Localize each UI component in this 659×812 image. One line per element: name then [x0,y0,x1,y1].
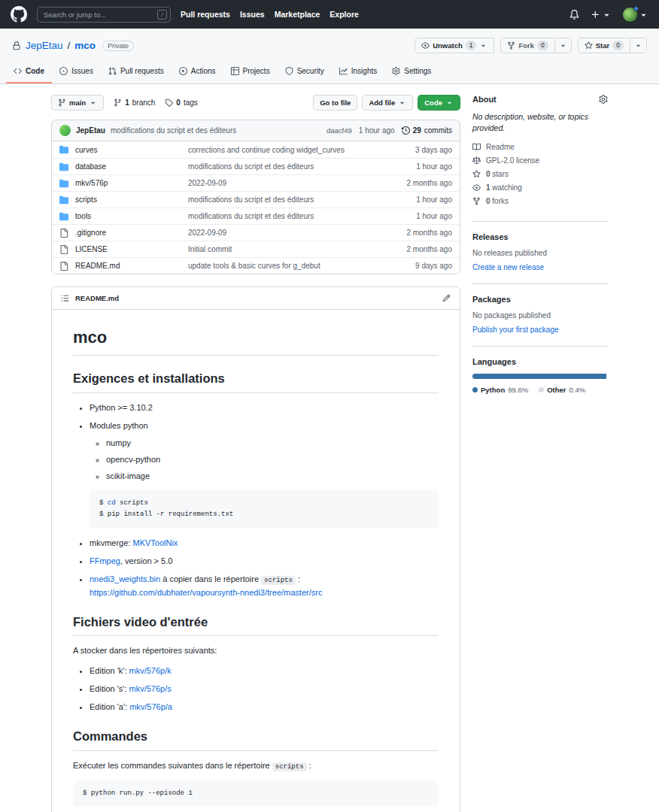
edition-s-link[interactable]: mkv/576p/s [129,684,172,693]
file-commit-message-link[interactable]: 2022-09-09 [188,229,388,237]
ffmpeg-link[interactable]: FFmpeg [90,556,120,565]
code-line: $ python run.py --episode 1 [83,788,429,799]
edition-k-link[interactable]: mkv/576p/k [129,666,172,675]
nav-issues[interactable]: Issues [240,10,265,19]
bell-icon [569,10,579,20]
nav-marketplace[interactable]: Marketplace [275,10,320,19]
file-commit-message-link[interactable]: modifications du script et des éditeurs [188,162,388,171]
file-name-link[interactable]: database [75,162,106,171]
file-commit-message-link[interactable]: corrections and continue coding widget_c… [188,146,388,154]
nav-explore[interactable]: Explore [330,10,359,19]
edition-prefix: Edition 's': [90,684,129,693]
readme-title: mco [73,325,439,356]
tab-projects[interactable]: Projects [223,61,278,83]
file-commit-message-link[interactable]: 2022-09-09 [188,179,388,187]
tab-issues[interactable]: Issues [52,61,101,83]
file-age-link[interactable]: 2 months ago [388,179,452,187]
file-name-link[interactable]: mkv/576p [75,179,108,187]
branch-selector-button[interactable]: main [51,95,104,111]
file-age-link[interactable]: 9 days ago [388,262,452,270]
table-row: mkv/576p 2022-09-09 2 months ago [52,174,460,191]
edit-about-button[interactable] [599,95,608,104]
file-age-link[interactable]: 2 months ago [388,245,452,253]
list-icon[interactable] [61,294,69,302]
edit-readme-button[interactable] [442,294,451,302]
file-name-link[interactable]: tools [75,212,91,220]
code-button-label: Code [424,98,442,107]
tab-security[interactable]: Security [278,61,332,83]
readme-link[interactable]: Readme [472,143,608,151]
file-name-link[interactable]: README.md [75,262,120,270]
user-menu-button[interactable] [623,8,648,22]
github-logo[interactable] [11,6,27,23]
watching-link[interactable]: 1 watching [472,183,608,192]
file-age-link[interactable]: 1 hour ago [388,195,452,204]
tab-insights[interactable]: Insights [332,61,384,83]
ffmpeg-suffix: , version > 5.0 [120,556,172,565]
file-age-link[interactable]: 1 hour ago [388,212,452,220]
commit-sha-link[interactable]: daacf49 [326,126,352,135]
file-name-link[interactable]: scripts [75,195,97,204]
repo-owner-link[interactable]: JepEtau [26,40,63,51]
repo-name-link[interactable]: mco [74,40,96,51]
main-container: main 1 branch 0 tags Go to file Add file [51,84,608,812]
star-dropdown-button[interactable] [630,38,647,53]
publish-package-link[interactable]: Publish your first package [472,326,559,334]
branches-link[interactable]: 1 branch [114,98,155,107]
code-download-button[interactable]: Code [418,95,460,111]
file-commit-message-link[interactable]: modifications du script et des éditeurs [188,212,388,220]
file-age-link[interactable]: 1 hour ago [388,162,452,171]
branches-label: branch [132,98,156,107]
tab-actions[interactable]: Actions [172,61,223,83]
file-name-link[interactable]: curves [75,146,97,154]
file-commit-message-link[interactable]: modifications du script et des éditeurs [188,195,388,204]
table-row: scripts modifications du script et des é… [52,191,460,208]
file-name-link[interactable]: LICENSE [75,245,108,253]
commits-history-link[interactable]: 29 commits [402,126,452,135]
go-to-file-button[interactable]: Go to file [313,95,357,111]
create-release-link[interactable]: Create a new release [472,263,544,271]
commit-time: 1 hour ago [359,126,395,135]
readme-header: README.md [52,287,460,310]
forks-link[interactable]: 0 forks [472,197,608,205]
license-link[interactable]: GPL-2.0 license [472,156,608,165]
languages-title: Languages [472,357,516,366]
file-name-link[interactable]: .gitignore [75,229,106,237]
fork-icon [507,41,515,50]
commit-author-link[interactable]: JepEtau [76,126,105,135]
mkvtoolnix-link[interactable]: MKVToolNix [132,538,178,547]
branches-count: 1 [125,98,129,107]
fork-dropdown-button[interactable] [555,38,572,53]
star-button[interactable]: Star 0 [578,38,630,53]
file-age-link[interactable]: 3 days ago [388,146,452,154]
file-commit-message-link[interactable]: update tools & basic curves for g_debut [188,262,388,270]
tab-label: Actions [191,67,216,75]
commit-message-link[interactable]: modifications du script et des éditeurs [111,126,236,135]
chevron-down-icon [634,41,642,50]
star-label: Star [596,41,609,50]
commits-label: commits [424,126,452,135]
unwatch-button[interactable]: Unwatch 1 [415,38,494,53]
language-python-link[interactable]: Python 99.6% [472,386,528,394]
tab-pull-requests[interactable]: Pull requests [101,61,172,83]
tab-code[interactable]: Code [6,61,52,83]
file-age-link[interactable]: 2 months ago [388,229,452,237]
file-commit-message-link[interactable]: Initial commit [188,245,388,253]
tab-settings[interactable]: Settings [384,61,439,83]
language-other-link[interactable]: Other 0.4% [539,386,585,394]
search-input[interactable] [37,7,171,23]
commit-author-avatar[interactable] [59,125,71,136]
branch-toolbar: main 1 branch 0 tags Go to file Add file [51,95,460,111]
nnedi3-weights-link[interactable]: nnedi3_weights.bin [90,574,160,583]
stars-link[interactable]: 0 stars [472,170,608,178]
notifications-button[interactable] [569,10,579,20]
create-new-button[interactable] [591,10,612,20]
add-file-button[interactable]: Add file [362,95,413,111]
edition-a-link[interactable]: mkv/576p/a [129,702,172,711]
tags-link[interactable]: 0 tags [165,98,197,107]
fork-button[interactable]: Fork 0 [500,38,554,53]
nav-pull-requests[interactable]: Pull requests [181,10,230,19]
forks-label: forks [492,197,509,205]
editions-list: Edition 'k': mkv/576p/k Edition 's': mkv… [73,665,439,714]
vapoursynth-nnedi3-url-link[interactable]: https://github.com/dubhater/vapoursynth-… [90,588,322,597]
